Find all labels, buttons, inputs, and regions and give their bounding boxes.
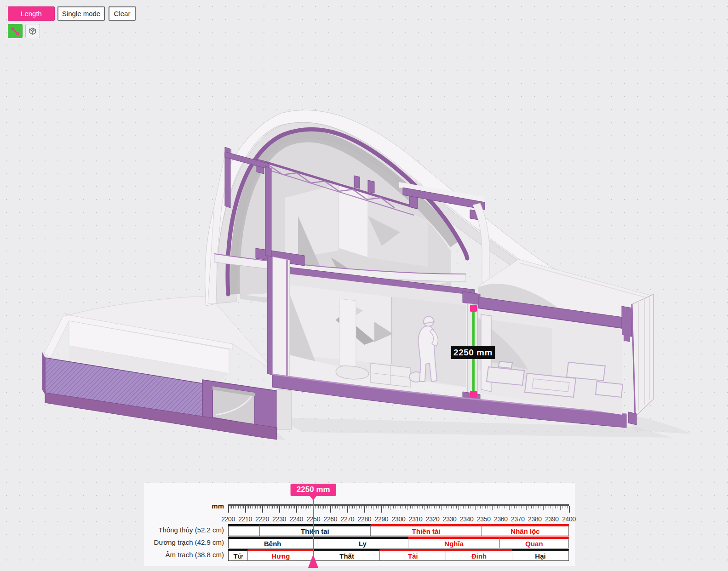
ruler-unit-label: mm xyxy=(193,502,224,510)
ruler-indicator-line xyxy=(313,499,314,555)
ruler-tick xyxy=(448,506,448,508)
ruler-segment-label: Nhân lộc xyxy=(510,527,539,535)
ruler-tick xyxy=(552,506,553,513)
ruler-tick xyxy=(410,506,411,508)
ruler-tick xyxy=(325,506,326,508)
ruler-tick xyxy=(305,506,305,510)
ruler-tick xyxy=(341,506,341,508)
ruler-tick xyxy=(514,506,515,508)
ruler-tick xyxy=(359,506,360,508)
measure-handle-bottom[interactable] xyxy=(470,391,477,398)
ruler-tick xyxy=(523,506,523,508)
ruler-indicator-arrow xyxy=(308,554,318,568)
ruler-tick xyxy=(557,506,557,508)
ruler-tick xyxy=(513,506,513,508)
ruler-tick xyxy=(284,506,285,508)
ruler-segment-label: Thiên tài xyxy=(412,527,441,535)
ruler-tick xyxy=(294,506,295,508)
ruler-tick xyxy=(409,506,409,508)
ruler-tick xyxy=(399,506,400,513)
ruler-tick xyxy=(266,506,266,508)
ruler-tick-label: 2350 xyxy=(477,515,491,523)
ruler-tick xyxy=(496,506,496,508)
ruler-tick xyxy=(368,506,368,508)
ruler-tick xyxy=(501,506,502,513)
ruler-tick xyxy=(351,506,351,508)
ruler-tick xyxy=(494,506,494,508)
ruler-tick xyxy=(555,506,556,508)
ruler-tick xyxy=(404,506,404,508)
ruler-segment-label: Hại xyxy=(535,552,545,560)
ruler-tick xyxy=(424,506,424,510)
ruler-tick xyxy=(455,506,455,508)
ruler-tick xyxy=(337,506,338,508)
ruler-tick xyxy=(291,506,292,508)
ruler-tick xyxy=(260,506,261,508)
ruler-tick xyxy=(559,506,559,508)
ruler-tick xyxy=(465,506,465,508)
ruler-tick-label: 2240 xyxy=(289,515,303,523)
ruler-tick xyxy=(540,506,540,508)
ruler-tick xyxy=(467,506,468,513)
ruler-tick xyxy=(373,506,373,510)
ruler-tick xyxy=(298,506,298,508)
ruler-tick xyxy=(542,506,542,508)
ruler-tick xyxy=(378,506,378,508)
ruler-tick xyxy=(564,506,564,508)
ruler-tick xyxy=(530,506,530,508)
ruler-tick xyxy=(547,506,547,508)
ruler-tick xyxy=(288,506,288,510)
ruler-tick xyxy=(560,506,561,510)
ruler-tick xyxy=(543,506,544,510)
ruler-tick xyxy=(458,506,459,510)
ruler-tick xyxy=(383,506,384,508)
ruler-tick xyxy=(300,506,300,508)
ruler-tick xyxy=(335,506,336,508)
ruler-tick xyxy=(255,506,256,508)
ruler-tick xyxy=(349,506,350,508)
ruler-tick xyxy=(482,506,482,508)
row-label-duong-trach: Dương trạch (42.9 cm) xyxy=(145,537,224,548)
ruler-tick-label: 2360 xyxy=(494,515,508,523)
ruler-tick xyxy=(431,506,431,508)
ruler-tick xyxy=(344,506,344,508)
ruler-tick xyxy=(521,506,522,508)
ruler-segment: Thiên tai xyxy=(260,524,371,536)
ruler-tick-label: 2310 xyxy=(409,515,423,523)
ruler-tick xyxy=(371,506,372,508)
ruler-tick xyxy=(293,506,293,508)
ruler-tick xyxy=(327,506,327,508)
ruler-tick xyxy=(364,506,365,513)
ruler-tick xyxy=(387,506,387,508)
ruler-segment: Hưng xyxy=(248,549,314,561)
ruler-tick xyxy=(370,506,370,508)
ruler-segment: Ly xyxy=(317,537,409,548)
ruler-tick xyxy=(433,506,434,513)
ruler-tick xyxy=(453,506,453,508)
ruler-tick xyxy=(248,506,249,508)
ruler-tick xyxy=(286,506,287,508)
building-section-viewport[interactable] xyxy=(0,0,728,478)
ruler-tick xyxy=(492,506,493,510)
ruler-tick xyxy=(484,506,485,513)
ruler-tick xyxy=(296,506,297,513)
ruler-tick xyxy=(308,506,309,508)
app-root: { "toolbar": { "length_label": "Length",… xyxy=(0,0,728,571)
ruler-tick xyxy=(472,506,472,508)
ruler-segment: Thiên tài xyxy=(371,524,482,536)
ruler-tick xyxy=(361,506,361,508)
ruler-tick xyxy=(569,506,570,513)
measure-handle-top[interactable] xyxy=(470,305,477,312)
ruler-tick-label: 2390 xyxy=(545,515,559,523)
ruler-tick-label: 2340 xyxy=(460,515,474,523)
ruler-tick-label: 2320 xyxy=(426,515,440,523)
ruler-tick xyxy=(456,506,457,508)
ruler-tick xyxy=(274,506,275,508)
ruler-tick xyxy=(354,506,355,508)
ruler-tick xyxy=(230,506,230,508)
ruler-segment-label: Đinh xyxy=(471,552,487,560)
ruler-tick xyxy=(414,506,414,508)
ruler-tick xyxy=(312,506,312,508)
ruler-tick xyxy=(422,506,423,508)
row-bar-duong-trach: BệnhLyNghĩaQuan xyxy=(228,537,569,548)
